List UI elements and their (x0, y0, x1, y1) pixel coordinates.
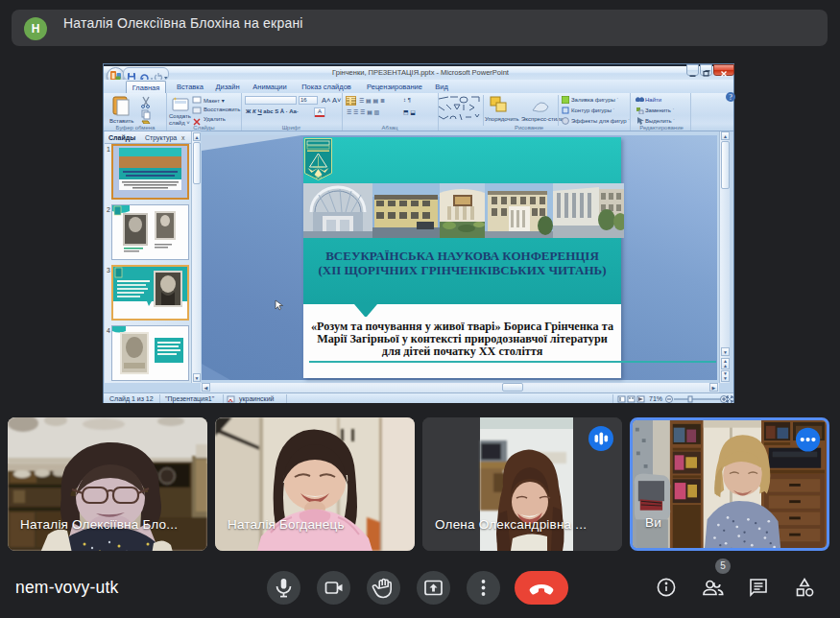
svg-text:?: ? (729, 93, 732, 102)
svg-text:1874: 1874 (315, 176, 322, 179)
